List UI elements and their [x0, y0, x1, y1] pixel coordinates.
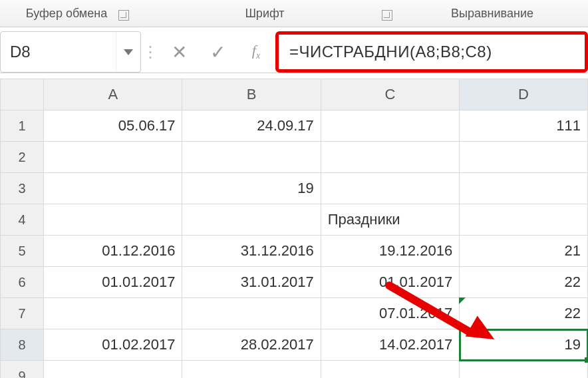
name-box-value[interactable]: D8 — [1, 43, 116, 61]
cell-D7[interactable]: 22 — [460, 298, 588, 329]
ribbon-group-label: Шрифт — [245, 7, 284, 20]
separator: ⋮ — [141, 31, 160, 73]
cell-B5[interactable]: 31.12.2016 — [182, 236, 321, 267]
dialog-launcher-icon[interactable] — [118, 10, 129, 21]
ribbon-group-label: Выравнивание — [451, 7, 533, 20]
cell-D8[interactable]: 19 — [460, 329, 588, 361]
cell-C1[interactable] — [321, 110, 459, 142]
ribbon-group-clipboard: Буфер обмена — [0, 3, 133, 25]
cell-B7[interactable] — [182, 298, 321, 329]
cell-B3[interactable]: 19 — [182, 173, 321, 204]
cell-C4[interactable]: Праздники — [321, 204, 459, 236]
name-box-dropdown[interactable] — [116, 32, 140, 72]
cell-D3[interactable] — [460, 173, 588, 204]
row-header[interactable]: 4 — [1, 204, 44, 236]
col-header-B[interactable]: B — [182, 79, 321, 110]
cell-C9[interactable] — [321, 361, 459, 379]
cell-A7[interactable] — [44, 298, 182, 329]
cell-C3[interactable] — [321, 173, 459, 204]
cancel-formula-button[interactable]: ✕ — [160, 31, 198, 73]
col-header-A[interactable]: A — [44, 79, 182, 110]
col-header-C[interactable]: C — [321, 79, 459, 110]
row-header[interactable]: 5 — [1, 236, 44, 267]
cell-A9[interactable] — [44, 361, 182, 379]
formula-bar-row: D8 ⋮ ✕ ✓ fx =ЧИСТРАБДНИ(A8;B8;C8) — [0, 31, 588, 73]
spreadsheet-grid[interactable]: A B C D 105.06.1724.09.1711123194Праздни… — [0, 79, 588, 378]
cell-C6[interactable]: 01.01.2017 — [321, 267, 459, 298]
cell-D5[interactable]: 21 — [460, 236, 588, 267]
row-header[interactable]: 8 — [1, 329, 44, 361]
name-box[interactable]: D8 — [0, 31, 141, 73]
row-header[interactable]: 9 — [1, 361, 44, 379]
cell-B1[interactable]: 24.09.17 — [182, 110, 321, 142]
ribbon-group-font: Шрифт — [133, 3, 396, 25]
cell-A2[interactable] — [44, 142, 182, 173]
chevron-down-icon — [124, 49, 133, 55]
row-header[interactable]: 3 — [1, 173, 44, 204]
cell-C5[interactable]: 19.12.2016 — [321, 236, 459, 267]
cell-B2[interactable] — [182, 142, 321, 173]
cell-A8[interactable]: 01.02.2017 — [44, 329, 182, 361]
dialog-launcher-icon[interactable] — [382, 10, 392, 21]
cell-B6[interactable]: 31.01.2017 — [182, 267, 321, 298]
insert-function-button[interactable]: fx — [237, 31, 275, 73]
cell-A1[interactable]: 05.06.17 — [44, 110, 182, 142]
cell-D2[interactable] — [460, 142, 588, 173]
cell-C2[interactable] — [321, 142, 459, 173]
row-header[interactable]: 6 — [1, 267, 44, 298]
row-header[interactable]: 2 — [1, 142, 44, 173]
cell-A3[interactable] — [44, 173, 182, 204]
cell-C8[interactable]: 14.02.2017 — [321, 329, 459, 361]
col-header-D[interactable]: D — [460, 79, 588, 110]
accept-formula-button[interactable]: ✓ — [198, 31, 237, 73]
cell-B8[interactable]: 28.02.2017 — [182, 329, 321, 361]
formula-value: =ЧИСТРАБДНИ(A8;B8;C8) — [289, 43, 492, 61]
cell-D4[interactable] — [460, 204, 588, 236]
cell-B9[interactable] — [182, 361, 321, 379]
cell-A4[interactable] — [44, 204, 182, 236]
cell-B4[interactable] — [182, 204, 321, 236]
ribbon-group-label: Буфер обмена — [26, 7, 107, 20]
select-all-corner[interactable] — [1, 79, 44, 110]
cell-A6[interactable]: 01.01.2017 — [44, 267, 182, 298]
formula-input[interactable]: =ЧИСТРАБДНИ(A8;B8;C8) — [275, 31, 588, 73]
row-header[interactable]: 1 — [1, 110, 44, 142]
cell-D9[interactable] — [460, 361, 588, 379]
ribbon-group-alignment: Выравнивание — [396, 3, 588, 25]
cell-C7[interactable]: 07.01.2017 — [321, 298, 459, 329]
fx-icon: fx — [252, 42, 260, 61]
ribbon-group-labels: Буфер обмена Шрифт Выравнивание — [0, 0, 588, 27]
cell-D1[interactable]: 111 — [460, 110, 588, 142]
cell-D6[interactable]: 22 — [460, 267, 588, 298]
cell-A5[interactable]: 01.12.2016 — [44, 236, 182, 267]
row-header[interactable]: 7 — [1, 298, 44, 329]
